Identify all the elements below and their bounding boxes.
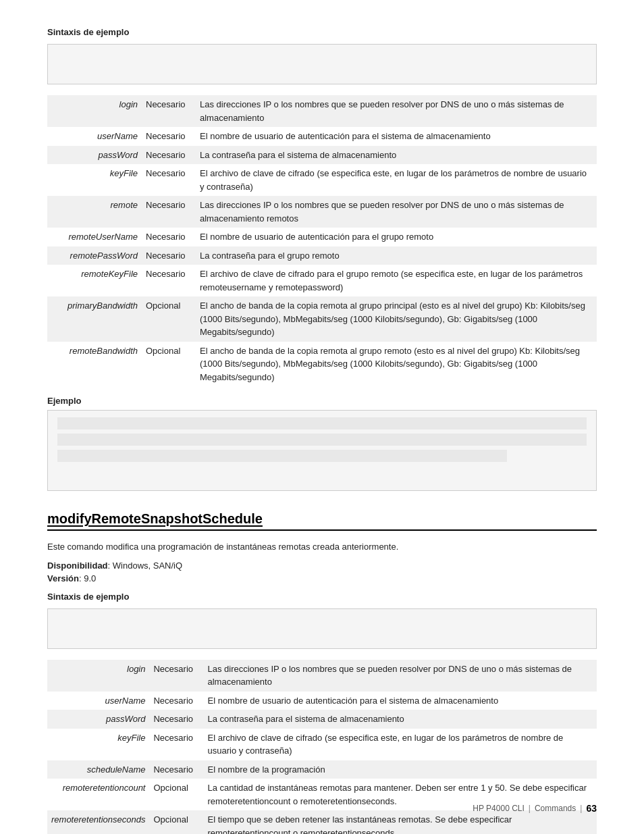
param-name: remoteretentionseconds (47, 810, 149, 834)
table-row: scheduleName Necesario El nombre de la p… (47, 760, 597, 779)
param-req: Necesario (142, 228, 196, 246)
param-desc: La contraseña para el sistema de almacen… (203, 710, 597, 729)
param-desc: La contraseña para el sistema de almacen… (196, 146, 597, 165)
command-syntax-box (47, 608, 597, 649)
param-name: remoteBandwidth (47, 342, 142, 387)
version-label: Versión (47, 573, 79, 583)
param-req: Necesario (142, 164, 196, 196)
param-name: passWord (47, 710, 149, 729)
param-desc: El archivo de clave de cifrado (se espec… (203, 729, 597, 760)
footer-commands: Commands (535, 804, 576, 813)
param-req: Necesario (142, 146, 196, 165)
param-req: Opcional (149, 810, 203, 834)
param-desc: El nombre de usuario de autenticación pa… (196, 127, 597, 146)
top-sintaxis-heading: Sintaxis de ejemplo (47, 27, 597, 37)
param-name: userName (47, 127, 142, 146)
param-req: Necesario (142, 196, 196, 228)
footer: HP P4000 CLI | Commands | 63 (0, 803, 644, 814)
param-name: remotePassWord (47, 246, 142, 265)
param-desc: El tiempo que se deben retener las insta… (203, 810, 597, 834)
command-title: modifyRemoteSnapshotSchedule (47, 511, 597, 531)
footer-sep2: | (580, 804, 582, 813)
table-row: remoteBandwidth Opcional El ancho de ban… (47, 342, 597, 387)
param-req: Necesario (149, 760, 203, 779)
command-sintaxis-heading: Sintaxis de ejemplo (47, 592, 597, 602)
table-row: userName Necesario El nombre de usuario … (47, 127, 597, 146)
param-req: Opcional (142, 342, 196, 387)
top-ejemplo-heading: Ejemplo (47, 396, 597, 406)
table-row: remote Necesario Las direcciones IP o lo… (47, 196, 597, 228)
param-desc: Las direcciones IP o los nombres que se … (196, 196, 597, 228)
table-row: login Necesario Las direcciones IP o los… (47, 95, 597, 127)
table-row: login Necesario Las direcciones IP o los… (47, 660, 597, 692)
param-name: remoteKeyFile (47, 265, 142, 296)
param-desc: El ancho de banda de la copia remota al … (196, 296, 597, 342)
param-desc: La contraseña para el grupo remoto (196, 246, 597, 265)
footer-brand: HP P4000 CLI (473, 804, 525, 813)
param-req: Necesario (149, 710, 203, 729)
param-desc: El archivo de clave de cifrado (se espec… (196, 164, 597, 196)
param-req: Necesario (142, 127, 196, 146)
param-name: keyFile (47, 164, 142, 196)
param-desc: El archivo de clave de cifrado para el g… (196, 265, 597, 296)
param-req: Opcional (142, 296, 196, 342)
version-line: Versión: 9.0 (47, 573, 597, 583)
param-name: login (47, 660, 149, 692)
footer-text: HP P4000 CLI | Commands | 63 (473, 803, 597, 814)
param-name: passWord (47, 146, 142, 165)
param-name: primaryBandwidth (47, 296, 142, 342)
table-row: passWord Necesario La contraseña para el… (47, 710, 597, 729)
top-example-box (47, 410, 597, 491)
param-name: scheduleName (47, 760, 149, 779)
param-desc: Las direcciones IP o los nombres que se … (196, 95, 597, 127)
table-row: remotePassWord Necesario La contraseña p… (47, 246, 597, 265)
table-row: userName Necesario El nombre de usuario … (47, 692, 597, 710)
param-req: Necesario (142, 95, 196, 127)
footer-pagenum: 63 (586, 803, 597, 814)
param-name: remoteUserName (47, 228, 142, 246)
top-params-table: login Necesario Las direcciones IP o los… (47, 95, 597, 386)
param-desc: El nombre de usuario de autenticación pa… (196, 228, 597, 246)
command-description: Este comando modifica una programación d… (47, 540, 597, 554)
param-name: keyFile (47, 729, 149, 760)
table-row: remoteUserName Necesario El nombre de us… (47, 228, 597, 246)
top-section: Sintaxis de ejemplo login Necesario Las … (47, 27, 597, 491)
disponibilidad-line: Disponibilidad: Windows, SAN/iQ (47, 561, 597, 571)
param-req: Necesario (149, 660, 203, 692)
param-req: Necesario (142, 265, 196, 296)
disponibilidad-label: Disponibilidad (47, 561, 108, 571)
footer-sep1: | (529, 804, 531, 813)
param-req: Necesario (149, 729, 203, 760)
param-name: login (47, 95, 142, 127)
disponibilidad-value: Windows, SAN/iQ (113, 561, 182, 571)
table-row: passWord Necesario La contraseña para el… (47, 146, 597, 165)
version-value: 9.0 (84, 573, 96, 583)
param-desc: El nombre de usuario de autenticación pa… (203, 692, 597, 710)
table-row: remoteKeyFile Necesario El archivo de cl… (47, 265, 597, 296)
param-desc: Las direcciones IP o los nombres que se … (203, 660, 597, 692)
table-row: keyFile Necesario El archivo de clave de… (47, 729, 597, 760)
param-req: Necesario (149, 692, 203, 710)
param-name: remote (47, 196, 142, 228)
top-syntax-box (47, 44, 597, 84)
param-desc: El ancho de banda de la copia remota al … (196, 342, 597, 387)
table-row: remoteretentionseconds Opcional El tiemp… (47, 810, 597, 834)
param-name: userName (47, 692, 149, 710)
command-section: modifyRemoteSnapshotSchedule Este comand… (47, 511, 597, 834)
param-req: Necesario (142, 246, 196, 265)
param-desc: El nombre de la programación (203, 760, 597, 779)
table-row: keyFile Necesario El archivo de clave de… (47, 164, 597, 196)
table-row: primaryBandwidth Opcional El ancho de ba… (47, 296, 597, 342)
